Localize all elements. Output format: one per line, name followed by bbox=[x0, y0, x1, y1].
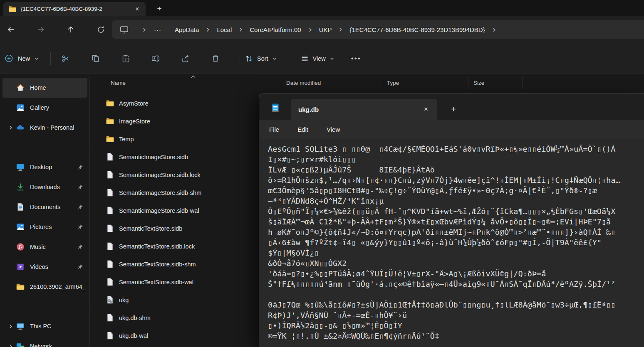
view-icon bbox=[300, 54, 309, 63]
paste-button[interactable] bbox=[116, 49, 136, 68]
file-icon bbox=[106, 278, 114, 286]
plus-circle-icon bbox=[4, 54, 14, 63]
sidebar-separator bbox=[1, 306, 89, 306]
notepad-new-tab-button[interactable]: + bbox=[447, 104, 460, 115]
back-icon bbox=[6, 25, 15, 34]
more-button[interactable]: ••• bbox=[340, 54, 372, 63]
new-tab-button[interactable]: + bbox=[153, 3, 166, 14]
address-bar: ··· AppData Local CoreAIPlatform.00 UKP … bbox=[0, 16, 644, 43]
pin-icon bbox=[77, 184, 83, 190]
sidebar-item-downloads[interactable]: Downloads bbox=[2, 177, 87, 197]
breadcrumb-item[interactable]: Local bbox=[211, 26, 238, 33]
cut-button[interactable] bbox=[56, 49, 76, 68]
column-divider[interactable] bbox=[522, 77, 523, 89]
expand-chevron-icon[interactable] bbox=[8, 125, 13, 130]
notepad-app-icon bbox=[270, 103, 281, 113]
command-bar: New Sort View ••• bbox=[0, 43, 644, 74]
explorer-tab[interactable]: {1EC4CC77-6D6B-40BC-8939-2 × bbox=[3, 2, 146, 16]
new-button[interactable]: New bbox=[0, 54, 39, 63]
tab-close-icon[interactable]: × bbox=[132, 4, 142, 14]
chevron-right-icon bbox=[205, 27, 211, 32]
share-button[interactable] bbox=[176, 49, 196, 68]
file-icon bbox=[106, 331, 114, 340]
cut-icon bbox=[61, 54, 70, 63]
chevron-down-icon bbox=[34, 56, 39, 61]
up-button[interactable] bbox=[63, 22, 78, 37]
desktop-icon bbox=[16, 162, 25, 172]
copy-button[interactable] bbox=[86, 49, 106, 68]
notepad-tab-bar: ukg.db × + bbox=[259, 94, 644, 120]
folder-icon bbox=[8, 5, 17, 13]
refresh-button[interactable] bbox=[93, 22, 108, 37]
file-icon bbox=[106, 170, 114, 179]
notepad-editor[interactable]: AesGcm1 SQLite3 ▯ ▯▯0@ ▯4Cæ¢/§€MÈQOî+EáS… bbox=[260, 139, 644, 347]
paste-icon bbox=[121, 54, 130, 63]
expand-chevron-icon[interactable] bbox=[8, 324, 13, 329]
menu-file[interactable]: File bbox=[269, 126, 279, 133]
sidebar-item-home[interactable]: Home bbox=[2, 78, 87, 98]
this-pc-icon bbox=[16, 322, 25, 331]
rename-button[interactable] bbox=[146, 49, 166, 68]
back-button[interactable] bbox=[3, 22, 18, 37]
column-date-modified[interactable]: Date modified bbox=[286, 80, 321, 86]
breadcrumb-item[interactable]: {1EC4CC77-6D6B-40BC-8939-23D13B994DBD} bbox=[343, 26, 491, 33]
sort-button[interactable]: Sort bbox=[238, 54, 283, 63]
this-pc-icon bbox=[119, 25, 129, 34]
breadcrumb-item[interactable]: CoreAIPlatform.00 bbox=[243, 26, 307, 33]
sidebar-item-gallery[interactable]: Gallery bbox=[2, 98, 87, 118]
notepad-tab-close-icon[interactable]: × bbox=[421, 104, 431, 115]
column-type[interactable]: Type bbox=[387, 80, 399, 86]
sidebar-item-documents[interactable]: Documents bbox=[2, 197, 87, 217]
chevron-right-icon bbox=[338, 27, 343, 32]
folder-icon bbox=[106, 117, 114, 126]
menu-edit[interactable]: Edit bbox=[297, 126, 308, 133]
editor-text: AesGcm1 SQLite3 ▯ ▯▯0@ ▯4Cæ¢/§€MÈQOî+EáS… bbox=[260, 139, 644, 341]
sidebar-item-onedrive[interactable]: Kevin - Personal bbox=[2, 118, 87, 138]
notepad-tab[interactable]: ukg.db × bbox=[291, 99, 437, 120]
breadcrumb-item[interactable]: AppData bbox=[168, 26, 205, 33]
chevron-right-icon bbox=[491, 27, 497, 32]
sidebar-item-pictures[interactable]: Pictures bbox=[2, 217, 87, 237]
refresh-icon bbox=[97, 25, 105, 34]
explorer-tab-bar: {1EC4CC77-6D6B-40BC-8939-2 × + bbox=[0, 0, 644, 16]
pin-icon bbox=[77, 224, 83, 230]
column-divider[interactable] bbox=[468, 77, 468, 89]
folder-icon bbox=[106, 135, 114, 143]
gallery-icon bbox=[16, 103, 25, 112]
column-divider[interactable] bbox=[281, 77, 281, 89]
chevron-down-icon bbox=[329, 56, 334, 61]
network-icon bbox=[16, 342, 25, 347]
forward-button[interactable] bbox=[33, 22, 48, 37]
file-icon bbox=[106, 224, 114, 233]
sort-icon bbox=[244, 54, 253, 63]
breadcrumb-overflow[interactable]: ··· bbox=[147, 26, 168, 33]
menu-view[interactable]: View bbox=[327, 126, 340, 133]
sidebar-item-network[interactable]: Network bbox=[2, 336, 87, 347]
sidebar-item-music[interactable]: Music bbox=[2, 237, 87, 257]
onedrive-icon bbox=[16, 123, 25, 132]
breadcrumb-item[interactable]: UKP bbox=[313, 26, 338, 33]
sidebar-item-folder[interactable]: 26100.3902_arm64_ bbox=[2, 277, 87, 297]
view-button[interactable]: View bbox=[295, 54, 340, 63]
expand-chevron-icon[interactable] bbox=[8, 344, 13, 347]
explorer-tab-title: {1EC4CC77-6D6B-40BC-8939-2 bbox=[21, 6, 130, 12]
delete-button[interactable] bbox=[206, 49, 225, 68]
system-file-icon bbox=[106, 295, 114, 304]
videos-icon bbox=[16, 262, 25, 271]
breadcrumb[interactable]: ··· AppData Local CoreAIPlatform.00 UKP … bbox=[112, 20, 644, 39]
pin-icon bbox=[77, 204, 83, 210]
share-icon bbox=[181, 54, 190, 63]
sidebar: Home Gallery Kevin - Personal Desktop bbox=[0, 74, 90, 347]
column-divider[interactable] bbox=[383, 77, 383, 89]
toolbar-separator bbox=[50, 52, 51, 65]
sidebar-item-this-pc[interactable]: This PC bbox=[2, 316, 87, 336]
column-size[interactable]: Size bbox=[473, 80, 484, 86]
column-name[interactable]: Name bbox=[111, 80, 126, 86]
copy-icon bbox=[91, 54, 100, 63]
sidebar-item-videos[interactable]: Videos bbox=[2, 257, 87, 277]
pin-icon bbox=[77, 264, 83, 270]
downloads-icon bbox=[16, 182, 25, 192]
chevron-right-icon bbox=[307, 27, 313, 32]
sidebar-separator bbox=[1, 147, 89, 147]
sidebar-item-desktop[interactable]: Desktop bbox=[2, 157, 87, 177]
